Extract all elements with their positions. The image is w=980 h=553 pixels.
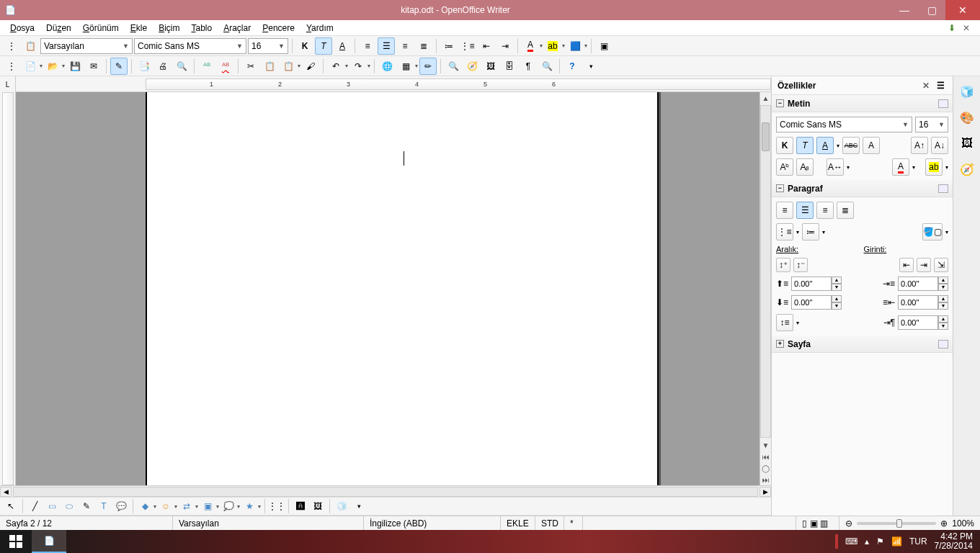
prev-page-icon[interactable]: ⏮ [760, 451, 771, 462]
datasource-button[interactable]: 🗄 [501, 58, 518, 75]
bgcolor-button[interactable]: 🟦 [566, 37, 584, 55]
text-area[interactable] [199, 151, 608, 485]
increase-font-icon[interactable]: A↑ [911, 137, 928, 154]
panel-numbering-button[interactable]: ≔ [802, 223, 819, 240]
firstline-input[interactable] [898, 315, 938, 330]
flowchart-icon[interactable]: ▣ [200, 498, 215, 514]
dec-indent-icon[interactable]: ⇤ [899, 258, 914, 272]
help-button[interactable]: ? [564, 58, 581, 75]
vertical-scrollbar[interactable]: ▲ ▼ ⏮ ◯ ⏭ [760, 92, 771, 485]
style-status[interactable]: Varsayılan [173, 516, 364, 530]
styles-tab-icon[interactable]: 🎨 [956, 107, 978, 128]
navigator-button[interactable]: 🧭 [463, 58, 481, 75]
redo-button[interactable]: ↷ [349, 58, 367, 75]
extrusion-icon[interactable]: 🧊 [334, 498, 349, 514]
keyboard-icon[interactable]: ⌨ [845, 536, 858, 547]
navigator-tab-icon[interactable]: 🧭 [956, 158, 978, 180]
panel-align-right[interactable]: ≡ [816, 202, 834, 219]
panel-italic-button[interactable]: T [796, 137, 814, 154]
zoom-in-icon[interactable]: ⊕ [940, 518, 948, 529]
panel-shadow-button[interactable]: A [863, 137, 880, 154]
email-button[interactable]: ✉ [85, 58, 102, 75]
freeform-tool-icon[interactable]: ✎ [79, 498, 94, 514]
table-button[interactable]: ▦ [397, 58, 414, 75]
lang-indicator[interactable]: TUR [909, 536, 927, 547]
page-more-icon[interactable] [938, 340, 948, 349]
vertical-ruler[interactable] [0, 92, 16, 485]
taskbar-writer-icon[interactable]: 📄 [32, 530, 66, 553]
print-button[interactable]: 🖨 [154, 58, 172, 75]
styles-icon[interactable]: 📋 [22, 37, 39, 55]
network-icon[interactable]: 📶 [891, 536, 902, 547]
properties-tab-icon[interactable]: 🧊 [956, 81, 978, 102]
align-justify-button[interactable]: ≣ [415, 37, 432, 55]
font-select[interactable]: Comic Sans MS▼ [134, 38, 246, 54]
font-color-button[interactable]: A [522, 37, 539, 55]
scroll-down-icon[interactable]: ▼ [760, 439, 771, 451]
panel-bullets-button[interactable]: ⋮≡ [776, 223, 793, 240]
toolbar-menu-icon[interactable]: ▾ [582, 58, 600, 75]
document-page[interactable] [146, 92, 659, 485]
draw-func-button[interactable]: ✏ [419, 58, 437, 75]
align-center-button[interactable]: ☰ [378, 37, 395, 55]
superscript-button[interactable]: Aᵇ [776, 158, 793, 176]
format-paint-button[interactable]: 🖌 [302, 58, 319, 75]
menu-help[interactable]: Yardım [300, 22, 339, 35]
bold-button[interactable]: K [296, 37, 313, 55]
collapse-text-icon[interactable]: − [776, 99, 784, 107]
close-panel-icon[interactable]: ✕ [922, 81, 930, 91]
menu-format[interactable]: Biçim [153, 22, 185, 35]
undo-button[interactable]: ↶ [327, 58, 344, 75]
panel-menu-icon[interactable]: ☰ [934, 81, 947, 91]
start-button[interactable] [0, 530, 32, 553]
italic-button[interactable]: T [315, 37, 332, 55]
callout-shapes-icon[interactable]: 💭 [220, 498, 236, 514]
zoom-value[interactable]: 100% [952, 518, 974, 529]
zoom-button[interactable]: 🔍 [538, 58, 556, 75]
panel-align-justify[interactable]: ≣ [837, 202, 854, 219]
indent-after-input[interactable] [898, 295, 938, 310]
page-status[interactable]: Sayfa 2 / 12 [0, 516, 173, 530]
close-button[interactable]: ✕ [945, 0, 980, 20]
select-tool-icon[interactable]: ↖ [3, 498, 19, 514]
style-select[interactable]: Varsayılan▼ [40, 38, 133, 54]
scroll-up-icon[interactable]: ▲ [760, 92, 771, 104]
menu-tools[interactable]: Araçlar [218, 22, 257, 35]
document-viewport[interactable] [16, 92, 760, 485]
inc-indent-icon[interactable]: ⇥ [917, 258, 931, 272]
fontsize-select[interactable]: 16▼ [248, 38, 288, 54]
menu-window[interactable]: Pencere [257, 22, 300, 35]
decrease-font-icon[interactable]: A↓ [931, 137, 948, 154]
bullet-list-button[interactable]: ⋮≡ [459, 37, 476, 55]
callout-tool-icon[interactable]: 💬 [113, 498, 129, 514]
autospell-button[interactable]: ᴬᴮ [217, 58, 234, 75]
collapse-para-icon[interactable]: − [776, 184, 784, 192]
export-pdf-button[interactable]: 📑 [135, 58, 153, 75]
spellcheck-button[interactable]: ᴬᴮ [198, 58, 215, 75]
minimize-button[interactable]: — [891, 0, 918, 20]
cut-button[interactable]: ✂ [242, 58, 259, 75]
save-button[interactable]: 💾 [66, 58, 84, 75]
panel-bold-button[interactable]: K [776, 137, 793, 154]
highlight-button[interactable]: ab [544, 37, 561, 55]
menu-file[interactable]: Dosya [4, 22, 40, 35]
linespacing-button[interactable]: ↕≡ [776, 314, 793, 331]
flag-icon[interactable]: ⚑ [876, 536, 884, 547]
grip-icon[interactable]: ⋮ [3, 58, 20, 75]
copy-button[interactable]: 📋 [261, 58, 278, 75]
align-right-button[interactable]: ≡ [396, 37, 414, 55]
insert-status[interactable]: EKLE [501, 516, 535, 530]
signature-status[interactable] [583, 516, 796, 530]
paste-button[interactable]: 📋 [280, 58, 297, 75]
panel-align-center[interactable]: ☰ [796, 202, 814, 219]
panel-align-left[interactable]: ≡ [776, 202, 793, 219]
panel-underline-button[interactable]: A [816, 137, 834, 154]
clock[interactable]: 4:42 PM 7/28/2014 [935, 532, 973, 551]
frame-button[interactable]: ▣ [595, 37, 612, 55]
grip-icon[interactable]: ⋮ [3, 37, 20, 55]
para-more-icon[interactable] [938, 184, 948, 193]
hyperlink-button[interactable]: 🌐 [378, 58, 396, 75]
panel-bgfill-button[interactable]: 🪣▢ [922, 223, 943, 240]
panel-font-select[interactable]: Comic Sans MS▼ [776, 117, 912, 132]
edit-button[interactable]: ✎ [110, 58, 128, 75]
